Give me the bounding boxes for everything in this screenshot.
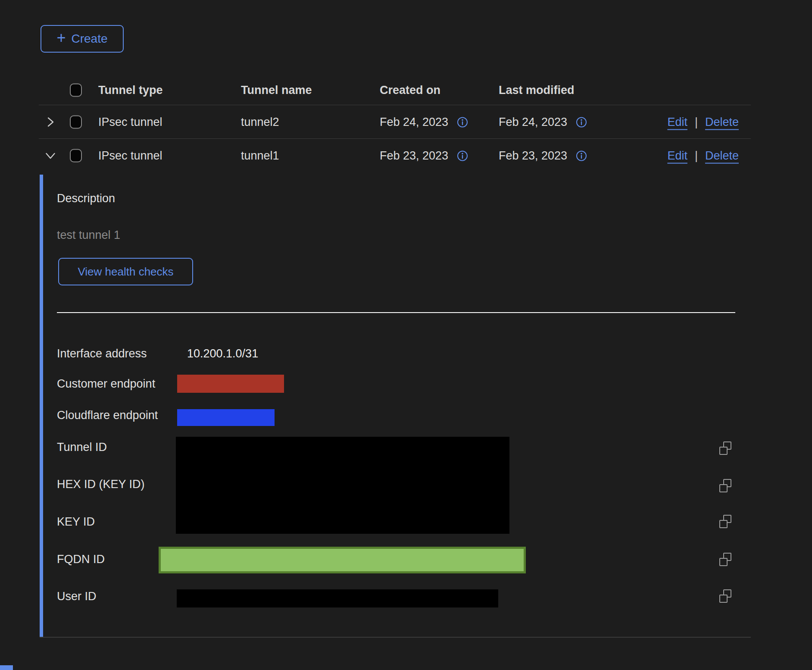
cloudflare-endpoint-label: Cloudflare endpoint	[57, 408, 158, 423]
plus-icon: +	[56, 30, 66, 46]
customer-endpoint-label: Customer endpoint	[57, 376, 155, 391]
tunnel-name-value: tunnel1	[241, 149, 279, 163]
table-header-row: Tunnel type Tunnel name Created on Last …	[39, 75, 751, 105]
key-id-label: KEY ID	[57, 514, 95, 529]
copy-icon[interactable]	[718, 441, 733, 456]
edit-link[interactable]: Edit	[667, 149, 687, 163]
header-last-modified: Last modified	[499, 83, 575, 97]
row-checkbox[interactable]	[70, 149, 82, 163]
description-label: Description	[57, 191, 115, 206]
bottom-left-accent	[0, 665, 13, 670]
interface-address-value: 10.200.1.0/31	[187, 346, 258, 361]
create-button-label: Create	[71, 32, 107, 46]
ids-redaction-block	[176, 437, 509, 534]
delete-link[interactable]: Delete	[705, 116, 739, 129]
fqdn-id-redaction	[159, 547, 526, 573]
hex-id-label: HEX ID (KEY ID)	[57, 477, 145, 492]
tunnel-name-value: tunnel2	[241, 116, 279, 129]
tunnels-page: + Create Tunnel type Tunnel name Created…	[0, 0, 812, 670]
tunnel-detail-panel: Description test tunnel 1 View health ch…	[39, 172, 751, 637]
last-modified-value: Feb 24, 2023	[499, 116, 567, 129]
header-tunnel-name: Tunnel name	[241, 83, 312, 97]
info-icon[interactable]	[576, 116, 587, 128]
chevron-right-icon[interactable]	[45, 116, 56, 128]
info-icon[interactable]	[457, 116, 468, 128]
user-id-label: User ID	[57, 589, 97, 604]
delete-link[interactable]: Delete	[705, 149, 739, 163]
view-health-checks-button[interactable]: View health checks	[58, 258, 193, 285]
tunnel-id-label: Tunnel ID	[57, 440, 107, 454]
chevron-down-icon[interactable]	[45, 150, 56, 161]
fqdn-id-label: FQDN ID	[57, 552, 105, 567]
select-all-checkbox[interactable]	[70, 83, 82, 97]
header-created-on: Created on	[380, 83, 440, 97]
create-button[interactable]: + Create	[41, 25, 124, 53]
cloudflare-endpoint-redaction	[177, 409, 275, 426]
table-row-tunnel1: IPsec tunnel tunnel1 Feb 23, 2023 Feb 23…	[39, 139, 751, 172]
tunnel-type-value: IPsec tunnel	[98, 149, 162, 163]
table-bottom-divider	[40, 637, 751, 638]
edit-link[interactable]: Edit	[667, 116, 687, 129]
info-icon[interactable]	[576, 150, 587, 161]
action-separator: |	[695, 149, 698, 163]
user-id-redaction	[177, 589, 498, 607]
created-on-value: Feb 23, 2023	[380, 149, 448, 163]
row-checkbox[interactable]	[70, 116, 82, 129]
customer-endpoint-redaction	[177, 375, 284, 393]
tunnel-type-value: IPsec tunnel	[98, 116, 162, 129]
interface-address-label: Interface address	[57, 346, 147, 361]
section-divider	[57, 312, 735, 313]
last-modified-value: Feb 23, 2023	[499, 149, 567, 163]
action-separator: |	[695, 116, 698, 129]
copy-icon[interactable]	[718, 589, 733, 604]
copy-icon[interactable]	[718, 514, 733, 529]
expanded-row-accent-bar	[40, 175, 43, 637]
info-icon[interactable]	[457, 150, 468, 161]
created-on-value: Feb 24, 2023	[380, 116, 448, 129]
header-tunnel-type: Tunnel type	[98, 83, 163, 97]
copy-icon[interactable]	[718, 552, 733, 567]
copy-icon[interactable]	[718, 479, 733, 493]
description-value: test tunnel 1	[57, 228, 120, 242]
table-row-tunnel2: IPsec tunnel tunnel2 Feb 24, 2023 Feb 24…	[39, 106, 751, 139]
